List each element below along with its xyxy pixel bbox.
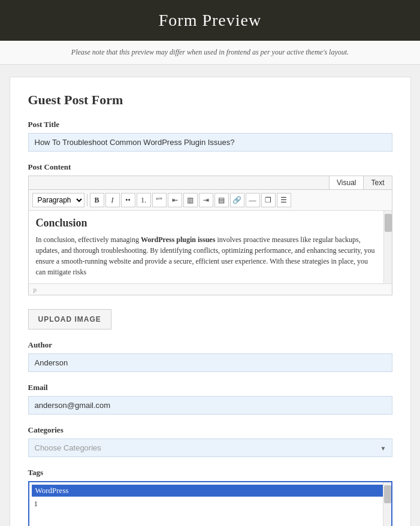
tab-text[interactable]: Text <box>364 176 391 189</box>
email-group: Email <box>28 383 392 415</box>
tags-vscroll[interactable] <box>383 482 391 526</box>
toolbar-sep-1 <box>87 194 87 206</box>
editor-text-pre: In conclusion, effectively managing <box>36 235 141 244</box>
post-content-label: Post Content <box>28 162 392 172</box>
editor-container: Visual Text Paragraph B I •• 1. “” ⇤ ▥ <box>28 176 392 295</box>
categories-select[interactable]: Choose Categories <box>28 439 392 457</box>
editor-heading: Conclusion <box>36 217 376 229</box>
editor-vscroll-thumb <box>385 214 392 232</box>
tags-label: Tags <box>28 468 392 477</box>
editor-footer: p <box>29 283 392 295</box>
toolbar-more[interactable]: — <box>246 193 260 207</box>
page-header: Form Preview <box>0 0 420 41</box>
categories-group: Categories Choose Categories <box>28 425 392 457</box>
tags-group: Tags WordPress 1 <box>28 468 392 526</box>
tags-area-inner: WordPress 1 <box>29 482 391 511</box>
categories-select-wrapper: Choose Categories <box>28 439 392 457</box>
toolbar-align-right[interactable]: ⇥ <box>199 193 213 207</box>
categories-label: Categories <box>28 425 392 435</box>
tags-vscroll-thumb <box>384 485 391 503</box>
toolbar-align-left[interactable]: ⇤ <box>168 193 182 207</box>
tag-wordpress[interactable]: WordPress <box>32 485 389 497</box>
editor-text-bold: WordPress plugin issues <box>141 235 215 244</box>
toolbar-ul[interactable]: •• <box>121 193 135 207</box>
tab-visual[interactable]: Visual <box>329 176 364 189</box>
author-label: Author <box>28 340 392 350</box>
toolbar-italic[interactable]: I <box>105 193 120 207</box>
toolbar-ol[interactable]: 1. <box>137 193 151 207</box>
page-content: Guest Post Form Post Title Post Content … <box>1 65 420 526</box>
editor-body-wrapper: Conclusion In conclusion, effectively ma… <box>29 211 392 283</box>
notice-bar: Please note that this preview may differ… <box>0 41 420 65</box>
paragraph-select[interactable]: Paragraph <box>32 193 84 207</box>
editor-tabs: Visual Text <box>29 176 392 190</box>
upload-group: UPLOAD IMAGE <box>28 306 392 329</box>
toolbar-fullscreen[interactable]: ❐ <box>261 193 276 207</box>
notice-text: Please note that this preview may differ… <box>71 48 349 56</box>
tags-area[interactable]: WordPress 1 <box>28 481 392 526</box>
post-title-label: Post Title <box>28 120 392 129</box>
toolbar-blockquote[interactable]: “” <box>152 193 167 207</box>
email-input[interactable] <box>28 396 392 415</box>
toolbar-kitchen-sink[interactable]: ☰ <box>277 193 291 207</box>
upload-image-button[interactable]: UPLOAD IMAGE <box>28 309 111 329</box>
post-title-group: Post Title <box>28 120 392 152</box>
editor-main-content[interactable]: Conclusion In conclusion, effectively ma… <box>29 211 383 283</box>
form-title: Guest Post Form <box>28 92 392 108</box>
form-card: Guest Post Form Post Title Post Content … <box>10 77 411 526</box>
toolbar-justify[interactable]: ▤ <box>214 193 229 207</box>
editor-vscroll[interactable] <box>383 211 392 283</box>
post-content-group: Post Content Visual Text Paragraph B I •… <box>28 162 392 295</box>
toolbar-bold[interactable]: B <box>90 193 104 207</box>
editor-body-text: In conclusion, effectively managing Word… <box>36 234 376 277</box>
tag-item-1[interactable]: 1 <box>31 498 390 510</box>
page-title: Form Preview <box>0 11 420 30</box>
author-input[interactable] <box>28 353 392 372</box>
toolbar-align-center[interactable]: ▥ <box>183 193 198 207</box>
email-label: Email <box>28 383 392 392</box>
author-group: Author <box>28 340 392 372</box>
editor-footer-tag: p <box>34 286 37 293</box>
toolbar-link[interactable]: 🔗 <box>230 193 244 207</box>
post-title-input[interactable] <box>28 133 392 152</box>
editor-toolbar: Paragraph B I •• 1. “” ⇤ ▥ ⇥ ▤ 🔗 — ❐ ☰ <box>29 190 392 211</box>
